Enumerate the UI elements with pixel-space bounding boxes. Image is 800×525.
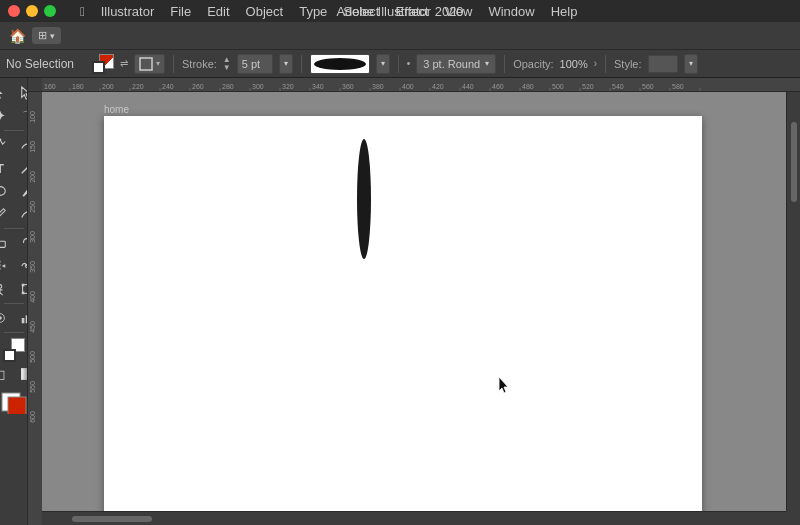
paintbrush-tool[interactable] [14,180,28,202]
menu-help[interactable]: Help [551,4,578,19]
svg-text:480: 480 [522,83,534,90]
graph-tools [0,307,28,329]
pen-tool[interactable] [0,134,13,156]
reflect-tool[interactable] [0,255,13,277]
cursor-arrow-icon [499,377,513,395]
artboard[interactable] [104,116,702,516]
scrollbar-vertical[interactable] [786,92,800,511]
canvas-surface[interactable]: home [42,92,800,525]
svg-text:380: 380 [372,83,384,90]
scrollbar-h-thumb[interactable] [72,516,152,522]
puppet-warp-tool[interactable] [0,278,13,300]
home-button[interactable]: 🏠 [6,25,28,47]
pencil-tool[interactable] [0,203,13,225]
workspace-chevron-icon: ▾ [50,31,55,41]
menu-view[interactable]: View [445,4,473,19]
svg-point-16 [0,285,2,289]
svg-text:540: 540 [612,83,624,90]
rotate-tool[interactable] [14,232,28,254]
svg-text:200: 200 [102,83,114,90]
artboard-label: home [104,104,129,115]
svg-text:550: 550 [29,381,36,393]
separator4 [504,55,505,73]
column-graph-tool[interactable] [14,307,28,329]
smooth-tool[interactable] [14,203,28,225]
puppet-warp-icon [0,282,7,296]
type-tool[interactable]: T [0,157,13,179]
square-icon [139,57,153,71]
none-icon[interactable]: ◻ [0,363,13,385]
stroke-value[interactable]: 5 pt [237,54,273,74]
svg-text:240: 240 [162,83,174,90]
selection-tool[interactable] [0,82,13,104]
horizontal-ruler: 160 180 200 220 240 260 280 300 [28,78,800,92]
curvature-icon [20,138,28,152]
menu-edit[interactable]: Edit [207,4,229,19]
workspace-switcher[interactable]: ⊞ ▾ [32,27,61,44]
reflect-icon [0,259,7,273]
fill-type-dropdown[interactable]: ▾ [134,54,165,74]
stroke-unit-chevron-icon: ▾ [284,59,288,68]
scrollbar-horizontal[interactable] [42,511,786,525]
shape-tools [0,180,28,202]
curvature-tool[interactable] [14,134,28,156]
gradient-icon[interactable] [14,363,28,385]
fill-stroke-indicator[interactable] [92,54,114,74]
stroke-color-box[interactable] [3,349,16,362]
selection-status: No Selection [6,57,86,71]
menu-window[interactable]: Window [488,4,534,19]
stroke-box[interactable] [92,61,105,74]
svg-text:560: 560 [642,83,654,90]
artboard-slice-tools[interactable] [1,388,27,414]
menu-file[interactable]: File [170,4,191,19]
direct-selection-tool[interactable] [14,82,28,104]
divider2 [4,228,24,229]
svg-text:150: 150 [29,141,36,153]
line-icon [20,161,28,175]
lasso-tool[interactable]: ⌒ [14,105,28,127]
eraser-tool[interactable] [0,232,13,254]
direct-selection-arrow-icon [20,86,28,100]
svg-text:260: 260 [192,83,204,90]
menu-object[interactable]: Object [246,4,284,19]
svg-text:360: 360 [342,83,354,90]
maximize-button[interactable] [44,5,56,17]
canvas-area[interactable]: 160 180 200 220 240 260 280 300 [28,78,800,525]
scrollbar-corner [786,511,800,525]
minimize-button[interactable] [26,5,38,17]
control-bar: No Selection ⇌ ▾ Stroke: ▲▼ 5 pt ▾ ▾ [0,50,800,78]
separator3 [398,55,399,73]
brush-type-dropdown[interactable]: 3 pt. Round ▾ [416,54,496,74]
vertical-ruler: 100 150 200 250 300 350 400 450 500 550 … [28,92,42,525]
paintbrush-icon [20,184,28,198]
line-tool[interactable] [14,157,28,179]
brush-preview[interactable] [310,54,370,74]
style-dropdown[interactable]: ▾ [684,54,698,74]
menu-type[interactable]: Type [299,4,327,19]
magic-wand-tool[interactable]: ✦ [0,105,13,127]
svg-text:420: 420 [432,83,444,90]
ellipse-tool[interactable] [0,180,13,202]
opacity-expand-icon[interactable]: › [594,58,597,69]
menu-bar:  Illustrator File Edit Object Type Sele… [80,4,577,19]
symbol-tool[interactable] [0,307,13,329]
style-chevron-icon: ▾ [689,59,693,68]
menu-illustrator[interactable]: Illustrator [101,4,154,19]
menu-select[interactable]: Select [343,4,379,19]
brush-dropdown[interactable]: ▾ [376,54,390,74]
svg-point-27 [0,316,2,320]
scrollbar-v-thumb[interactable] [791,122,797,202]
warp-tool[interactable] [14,255,28,277]
fill-stroke-color[interactable] [1,338,27,362]
stroke-unit-dropdown[interactable]: ▾ [279,54,293,74]
fill-swap-icon[interactable]: ⇌ [120,58,128,69]
close-button[interactable] [8,5,20,17]
stroke-stepper[interactable]: ▲▼ [223,56,231,72]
main-area: ✦ ⌒ T [0,78,800,525]
free-transform-tool[interactable] [14,278,28,300]
menu-apple[interactable]:  [80,4,85,19]
pen-tools [0,134,28,156]
menu-effect[interactable]: Effect [395,4,428,19]
svg-text:400: 400 [29,291,36,303]
style-preview[interactable] [648,55,678,73]
